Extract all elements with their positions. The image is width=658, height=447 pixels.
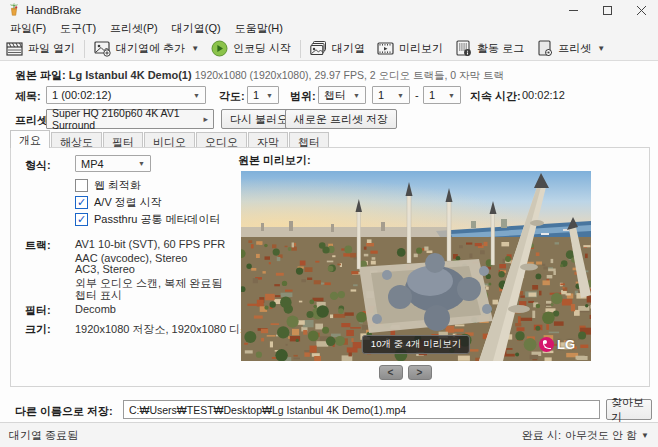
- source-preview-label: 원본 미리보기:: [238, 153, 311, 168]
- track-chapters: 챕터 표시: [75, 288, 122, 303]
- presets-label: 프리셋: [558, 41, 591, 56]
- av-align-label: A/V 정렬 시작: [94, 195, 162, 210]
- track-audio-2: AC3, Stereo: [75, 263, 135, 275]
- photo-add-icon: [94, 40, 111, 57]
- web-optimized-checkbox[interactable]: ✓ 웹 최적화: [75, 178, 141, 193]
- start-encode-label: 인코딩 시작: [233, 41, 291, 56]
- queue-button[interactable]: 대기열: [304, 38, 371, 60]
- checkbox-icon: ✓: [75, 179, 88, 192]
- main-content: 원본 파일: Lg Istanbul 4K Demo(1) 1920x1080 …: [0, 62, 658, 422]
- istanbul-aerial-photo: [241, 171, 591, 361]
- preview-label: 미리보기: [399, 41, 443, 56]
- clapperboard-icon: [6, 40, 23, 57]
- preset-select-value: Super HQ 2160p60 4K AV1 Surround: [52, 107, 198, 131]
- tab-필터[interactable]: 필터: [103, 132, 143, 148]
- previous-preview-button[interactable]: <: [379, 365, 403, 380]
- angle-select-value: 1: [253, 89, 259, 101]
- preset-select[interactable]: Super HQ 2160p60 4K AV1 Surround▸: [46, 109, 214, 129]
- when-done-control[interactable]: 완료 시: 아무것도 안 함 ▼: [522, 428, 649, 443]
- tab-개요[interactable]: 개요: [10, 130, 50, 148]
- toolbar-separator: [84, 40, 85, 58]
- film-preview-icon: [377, 40, 394, 57]
- browse-button[interactable]: 찾아보기: [606, 399, 652, 420]
- queue-label: 대기열: [332, 41, 365, 56]
- tab-비디오[interactable]: 비디오: [144, 132, 195, 148]
- range-start-select[interactable]: 1▼: [372, 86, 410, 104]
- tracks-label: 트랙:: [25, 238, 51, 253]
- tab-오디오[interactable]: 오디오: [196, 132, 247, 148]
- presets-button[interactable]: 프리셋 ▼: [530, 38, 611, 60]
- title-select-value: 1 (00:02:12): [52, 89, 111, 101]
- lg-logo-icon: [539, 337, 554, 352]
- av-align-checkbox[interactable]: ✓ A/V 정렬 시작: [75, 195, 162, 210]
- range-end-select[interactable]: 1▼: [423, 86, 461, 104]
- tab-챕터[interactable]: 챕터: [289, 132, 329, 148]
- toolbar-separator: [300, 40, 301, 58]
- add-to-queue-button[interactable]: 대기열에 추가 ▼: [88, 38, 205, 60]
- title-bar: HandBrake: [0, 0, 658, 20]
- tab-strip: 개요해상도필터비디오오디오자막챕터: [10, 131, 330, 148]
- duration-label: 지속 시간:: [470, 89, 521, 104]
- chevron-down-icon: ▼: [261, 92, 273, 99]
- menu-help[interactable]: 도움말(H): [228, 19, 290, 38]
- chevron-down-icon: ▼: [392, 92, 404, 99]
- format-select-value: MP4: [81, 158, 104, 170]
- format-select[interactable]: MP4▼: [75, 155, 151, 172]
- play-icon: [211, 40, 228, 57]
- photo-stack-icon: [310, 40, 327, 57]
- passthru-metadata-label: Passthru 공통 메타데이터: [94, 212, 221, 227]
- tab-해상도[interactable]: 해상도: [51, 132, 102, 148]
- presets-gear-icon: [536, 40, 553, 57]
- format-label: 형식:: [25, 158, 51, 173]
- menu-bar: 파일(F) 도구(T) 프리셋(P) 대기열(Q) 도움말(H): [0, 20, 658, 37]
- lg-logo-text: LG: [557, 337, 575, 352]
- checkbox-icon: ✓: [75, 213, 88, 226]
- save-as-label: 다른 이름으로 저장:: [15, 404, 113, 419]
- open-source-label: 파일 열기: [28, 41, 75, 56]
- size-label: 크기:: [25, 322, 51, 337]
- menu-presets[interactable]: 프리셋(P): [103, 19, 165, 38]
- source-details: 1920x1080 (1920x1080), 29.97 FPS, 2 오디오 …: [195, 69, 504, 81]
- minimize-button[interactable]: [556, 0, 590, 20]
- angle-label: 각도:: [219, 89, 245, 104]
- chevron-down-icon: ▼: [188, 92, 200, 99]
- chevron-down-icon: ▼: [191, 44, 199, 53]
- lg-logo: LG: [539, 337, 575, 352]
- filters-label: 필터:: [25, 303, 51, 318]
- preview-button[interactable]: 미리보기: [371, 38, 449, 60]
- title-select[interactable]: 1 (00:02:12)▼: [46, 86, 206, 104]
- queue-status-text: 대기열 종료됨: [9, 428, 78, 443]
- close-button[interactable]: [624, 0, 658, 20]
- tab-자막[interactable]: 자막: [248, 132, 288, 148]
- chevron-down-icon: ▼: [443, 92, 455, 99]
- web-optimized-label: 웹 최적화: [94, 178, 141, 193]
- range-dash: -: [415, 89, 419, 101]
- destination-path-input[interactable]: [123, 400, 600, 419]
- source-label: 원본 파일:: [15, 69, 66, 81]
- toolbar: 파일 열기 대기열에 추가 ▼ 인코딩 시작 대기열 미리보기 활동 로그 프리…: [0, 37, 658, 61]
- angle-select[interactable]: 1▼: [247, 86, 279, 104]
- maximize-button[interactable]: [590, 0, 624, 20]
- chevron-down-icon: ▼: [641, 431, 649, 440]
- chevron-right-icon: ▸: [198, 114, 208, 124]
- when-done-value: 아무것도 안 함: [565, 428, 637, 443]
- next-preview-button[interactable]: >: [408, 365, 432, 380]
- summary-tab-panel: 형식: MP4▼ ✓ 웹 최적화 ✓ A/V 정렬 시작 ✓ Passthru …: [10, 147, 650, 387]
- range-type-select[interactable]: 챕터▼: [318, 86, 366, 104]
- filters-value: Decomb: [75, 303, 116, 315]
- start-encode-button[interactable]: 인코딩 시작: [205, 38, 297, 60]
- open-source-button[interactable]: 파일 열기: [0, 38, 81, 60]
- duration-value: 00:02:12: [522, 89, 565, 101]
- menu-tools[interactable]: 도구(T): [53, 19, 103, 38]
- save-new-preset-button[interactable]: 새로운 프리셋 저장: [285, 109, 397, 129]
- menu-queue[interactable]: 대기열(Q): [165, 19, 228, 38]
- chevron-down-icon: ▼: [348, 92, 360, 99]
- activity-log-button[interactable]: 활동 로그: [449, 38, 530, 60]
- title-label: 제목:: [15, 89, 41, 104]
- handbrake-window: HandBrake 파일(F) 도구(T) 프리셋(P) 대기열(Q) 도움말(…: [0, 0, 658, 447]
- checkbox-icon: ✓: [75, 196, 88, 209]
- add-to-queue-label: 대기열에 추가: [116, 41, 185, 56]
- status-bar: 대기열 종료됨 완료 시: 아무것도 안 함 ▼: [0, 422, 658, 447]
- menu-file[interactable]: 파일(F): [3, 19, 53, 38]
- passthru-metadata-checkbox[interactable]: ✓ Passthru 공통 메타데이터: [75, 212, 221, 227]
